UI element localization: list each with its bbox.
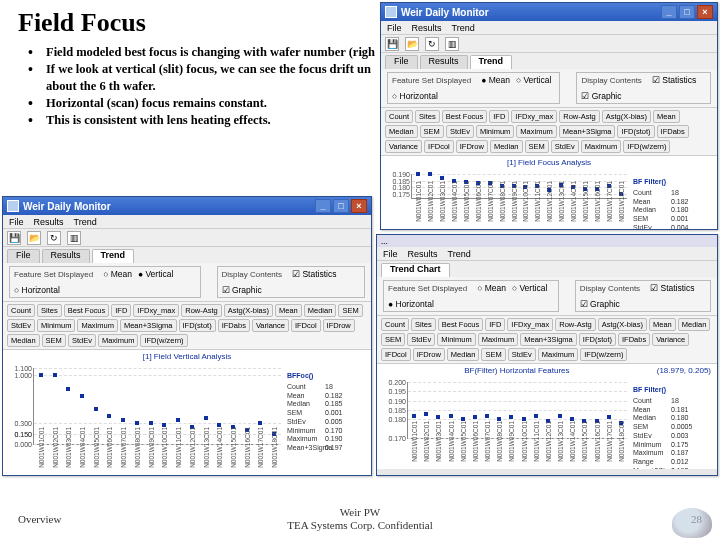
tab-trend[interactable]: Trend (470, 55, 513, 69)
titlebar[interactable]: ... (377, 235, 717, 247)
tab-trend[interactable]: Trend Chart (381, 263, 450, 277)
metric-button[interactable]: Row-Astg (559, 110, 600, 123)
metric-button[interactable]: IFDxy_max (133, 304, 179, 317)
metric-button[interactable]: StdEv (446, 125, 474, 138)
open-icon[interactable]: 📂 (27, 231, 41, 245)
radio-mean[interactable]: Mean (481, 75, 510, 85)
metric-button[interactable]: Row-Astg (555, 318, 596, 331)
menu-results[interactable]: Results (412, 23, 442, 33)
metric-button[interactable]: Median (304, 304, 337, 317)
metric-button[interactable]: Maximum (478, 333, 519, 346)
metric-button[interactable]: SEM (381, 333, 405, 346)
menu-results[interactable]: Results (408, 249, 438, 259)
radio-mean[interactable]: Mean (103, 269, 132, 279)
check-statistics[interactable]: Statistics (650, 283, 694, 293)
metric-button[interactable]: Mean+3Sigma (520, 333, 577, 346)
metric-button[interactable]: Mean (649, 318, 676, 331)
metric-button[interactable]: IFD (111, 304, 131, 317)
metric-button[interactable]: Maximum (77, 319, 118, 332)
metric-button[interactable]: Astg(X-bias) (602, 110, 651, 123)
metric-button[interactable]: IFDrow (323, 319, 355, 332)
metric-button[interactable]: Variance (252, 319, 289, 332)
metric-button[interactable]: SEM (525, 140, 549, 153)
metric-button[interactable]: Maximum (538, 348, 579, 361)
titlebar[interactable]: Weir Daily Monitor _ □ × (3, 197, 371, 215)
tab-file[interactable]: File (7, 249, 40, 263)
metric-button[interactable]: IFD(w/zern) (140, 334, 187, 347)
metric-button[interactable]: IFDxy_max (511, 110, 557, 123)
menu-file[interactable]: File (387, 23, 402, 33)
metric-button[interactable]: StdEv (551, 140, 579, 153)
metric-button[interactable]: IFDrow (413, 348, 445, 361)
metric-button[interactable]: IFD(stot) (617, 125, 654, 138)
metric-button[interactable]: StdEv (68, 334, 96, 347)
metric-button[interactable]: IFDcol (381, 348, 411, 361)
metric-button[interactable]: Best Focus (442, 110, 488, 123)
metric-button[interactable]: StdEv (7, 319, 35, 332)
refresh-icon[interactable]: ↻ (425, 37, 439, 51)
tab-trend[interactable]: Trend (92, 249, 135, 263)
menu-file[interactable]: File (9, 217, 24, 227)
metric-button[interactable]: Median (7, 334, 40, 347)
maximize-button[interactable]: □ (333, 199, 349, 213)
menu-trend[interactable]: Trend (452, 23, 475, 33)
metric-button[interactable]: Median (385, 125, 418, 138)
check-statistics[interactable]: Statistics (292, 269, 336, 279)
menu-trend[interactable]: Trend (74, 217, 97, 227)
metric-button[interactable]: IFDabs (657, 125, 689, 138)
metric-button[interactable]: Best Focus (438, 318, 484, 331)
metric-button[interactable]: Median (678, 318, 711, 331)
open-icon[interactable]: 📂 (405, 37, 419, 51)
metric-button[interactable]: SEM (420, 125, 444, 138)
metric-button[interactable]: IFDcol (424, 140, 454, 153)
metric-button[interactable]: Variance (652, 333, 689, 346)
chart-icon[interactable]: ▥ (67, 231, 81, 245)
maximize-button[interactable]: □ (679, 5, 695, 19)
metric-button[interactable]: StdEv (508, 348, 536, 361)
menu-results[interactable]: Results (34, 217, 64, 227)
metric-button[interactable]: Mean+3Sigma (559, 125, 616, 138)
check-statistics[interactable]: Statistics (652, 75, 696, 85)
metric-button[interactable]: IFD(w/zern) (580, 348, 627, 361)
metric-button[interactable]: StdEv (407, 333, 435, 346)
radio-vertical[interactable]: Vertical (516, 75, 551, 85)
refresh-icon[interactable]: ↻ (47, 231, 61, 245)
metric-button[interactable]: Minimum (437, 333, 475, 346)
metric-button[interactable]: IFDrow (456, 140, 488, 153)
metric-button[interactable]: Mean+3Sigma (120, 319, 177, 332)
radio-horizontal[interactable]: Horizontal (14, 285, 60, 295)
menu-file[interactable]: File (383, 249, 398, 259)
tab-file[interactable]: File (385, 55, 418, 69)
metric-button[interactable]: Mean (653, 110, 680, 123)
metric-button[interactable]: Maximum (516, 125, 557, 138)
metric-button[interactable]: SEM (42, 334, 66, 347)
minimize-button[interactable]: _ (661, 5, 677, 19)
metric-button[interactable]: Count (381, 318, 409, 331)
metric-button[interactable]: IFD(stot) (179, 319, 216, 332)
tab-results[interactable]: Results (420, 55, 468, 69)
check-graphic[interactable]: Graphic (222, 285, 262, 295)
metric-button[interactable]: Count (385, 110, 413, 123)
check-graphic[interactable]: Graphic (580, 299, 620, 309)
radio-vertical[interactable]: Vertical (512, 283, 547, 293)
close-button[interactable]: × (351, 199, 367, 213)
radio-vertical[interactable]: Vertical (138, 269, 173, 279)
radio-horizontal[interactable]: Horizontal (392, 91, 438, 101)
metric-button[interactable]: Astg(X-bias) (598, 318, 647, 331)
radio-mean[interactable]: Mean (477, 283, 506, 293)
metric-button[interactable]: Row-Astg (181, 304, 222, 317)
radio-horizontal[interactable]: Horizontal (388, 299, 434, 309)
metric-button[interactable]: Sites (411, 318, 436, 331)
metric-button[interactable]: IFDabs (618, 333, 650, 346)
save-icon[interactable]: 💾 (7, 231, 21, 245)
check-graphic[interactable]: Graphic (581, 91, 621, 101)
metric-button[interactable]: IFDxy_max (507, 318, 553, 331)
chart-icon[interactable]: ▥ (445, 37, 459, 51)
minimize-button[interactable]: _ (315, 199, 331, 213)
metric-button[interactable]: Count (7, 304, 35, 317)
metric-button[interactable]: IFD (489, 110, 509, 123)
metric-button[interactable]: IFDabs (218, 319, 250, 332)
metric-button[interactable]: Maximum (98, 334, 139, 347)
metric-button[interactable]: Sites (37, 304, 62, 317)
metric-button[interactable]: Astg(X-bias) (224, 304, 273, 317)
